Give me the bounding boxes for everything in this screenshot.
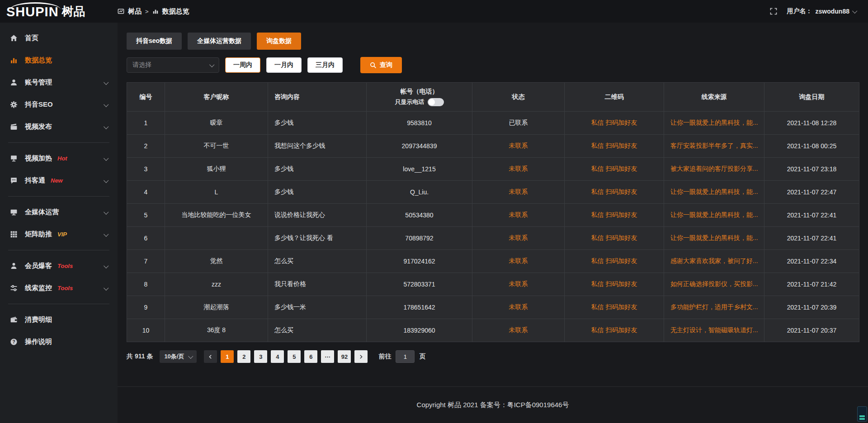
sidebar-item-data-overview[interactable]: 数据总览 [0,49,118,71]
cell-qr-actions[interactable]: 私信 扫码加好友 [565,250,664,273]
breadcrumb-root[interactable]: 树品 [128,7,142,16]
dashboard-icon [118,8,124,15]
cell-no: 6 [127,227,165,250]
chevron-down-icon [852,9,857,14]
page-size-value: 10条/页 [164,352,184,361]
cell-account: 9583810 [367,112,472,135]
cell-no: 10 [127,319,165,342]
chevron-down-icon [104,102,108,107]
cell-status: 未联系 [472,296,565,319]
cell-source-link[interactable]: 多功能护栏灯，适用于乡村文... [664,296,764,319]
cell-source-link[interactable]: 如何正确选择投影仪，买投影... [664,273,764,296]
cell-no: 5 [127,204,165,227]
phone-only-toggle[interactable] [428,98,444,106]
cell-account: love__1215 [367,158,472,181]
pager-page-1[interactable]: 1 [221,350,234,363]
sidebar-item-matrix-boost[interactable]: 矩阵助推VIP [0,223,118,245]
sidebar-item-video-heat[interactable]: 视频加热Hot [0,147,118,169]
cell-qr-actions[interactable]: 私信 扫码加好友 [565,319,664,342]
sliders-icon [10,284,18,292]
sidebar-item-home[interactable]: 首页 [0,27,118,49]
pager-page-2[interactable]: 2 [237,350,250,363]
pager-page-4[interactable]: 4 [271,350,284,363]
cell-qr-actions[interactable]: 私信 扫码加好友 [565,112,664,135]
sidebar-item-clue-monitor[interactable]: 线索监控Tools [0,277,118,299]
tab-douyin-seo-data[interactable]: 抖音seo数据 [127,33,182,50]
cell-source-link[interactable]: 无主灯设计，智能磁吸轨道灯... [664,319,764,342]
cell-qr-actions[interactable]: 私信 扫码加好友 [565,135,664,158]
pager-page-92[interactable]: 92 [338,350,351,363]
chevron-down-icon [189,354,193,359]
sidebar-item-douketong[interactable]: 抖客通New [0,169,118,192]
fullscreen-icon[interactable] [770,8,777,15]
pager-page-5[interactable]: 5 [288,350,301,363]
top-bar: SHUPIN 树品 树品 > 数据总览 用户名： zswodun88 [0,0,868,23]
period-quarter-button[interactable]: 三月内 [307,57,343,73]
cell-source-link[interactable]: 客厅安装投影半年多了，真实... [664,135,764,158]
sidebar-item-account-manage[interactable]: 账号管理 [0,71,118,94]
cell-no: 7 [127,250,165,273]
tab-inquiry-data[interactable]: 询盘数据 [257,33,301,50]
period-week-button[interactable]: 一周内 [225,57,260,73]
sidebar-item-badge: VIP [57,231,67,238]
cell-nickname [165,227,268,250]
cell-qr-actions[interactable]: 私信 扫码加好友 [565,273,664,296]
cell-nickname: 觉然 [165,250,268,273]
sidebar-item-label: 账号管理 [25,78,52,87]
page-size-select[interactable]: 10条/页 [160,350,197,363]
sidebar-item-label: 抖客通 [25,176,45,185]
pager-next-button[interactable] [354,350,368,363]
sidebar-item-label: 数据总览 [25,56,52,65]
bar-chart-icon [152,8,159,14]
sidebar-item-label: 矩阵助推 [25,230,52,239]
sidebar-item-label: 抖音SEO [25,100,53,109]
chevron-down-icon [104,124,108,129]
col-content: 咨询内容 [268,83,367,112]
sidebar-item-member-burst[interactable]: 会员爆客Tools [0,255,118,277]
period-month-button[interactable]: 一月内 [266,57,302,73]
search-button[interactable]: 查询 [360,57,402,73]
col-source: 线索来源 [664,83,764,112]
cell-qr-actions[interactable]: 私信 扫码加好友 [565,204,664,227]
filter-bar: 请选择 一周内 一月内 三月内 查询 [127,57,857,73]
cell-status: 未联系 [472,135,565,158]
floating-widget[interactable] [857,406,867,422]
cell-source-link[interactable]: 被大家追着问的客厅投影分享... [664,158,764,181]
sidebar-item-media-operation[interactable]: 全媒体运营 [0,201,118,223]
sidebar-item-operation-guide[interactable]: ?操作说明 [0,331,118,353]
pager-page-3[interactable]: 3 [254,350,267,363]
cell-status: 未联系 [472,227,565,250]
cell-qr-actions[interactable]: 私信 扫码加好友 [565,227,664,250]
sidebar-item-label: 消费明细 [25,315,52,324]
pager-page-6[interactable]: 6 [304,350,317,363]
cell-content: 多少钱 [268,158,367,181]
sidebar-item-badge: Hot [57,155,67,162]
cell-qr-actions[interactable]: 私信 扫码加好友 [565,158,664,181]
sidebar-item-douyin-seo[interactable]: 抖音SEO [0,94,118,116]
pager-ellipsis[interactable]: ··· [321,350,334,363]
cell-source-link[interactable]: 让你一眼就爱上的黑科技，能... [664,227,764,250]
sidebar-item-consume-detail[interactable]: 消费明细 [0,309,118,331]
monitor-icon [10,208,18,216]
cell-status: 未联系 [472,204,565,227]
cell-qr-actions[interactable]: 私信 扫码加好友 [565,181,664,204]
user-menu[interactable]: 用户名： zswodun88 [787,7,856,15]
cell-no: 4 [127,181,165,204]
filter-select[interactable]: 请选择 [127,57,219,73]
cell-status: 未联系 [472,181,565,204]
data-tabs: 抖音seo数据 全媒体运营数据 询盘数据 [127,33,857,50]
goto-page-input[interactable] [396,350,415,363]
table-row: 9潮起潮落多少钱一米178651642未联系私信 扫码加好友多功能护栏灯，适用于… [127,296,859,319]
app-logo[interactable]: SHUPIN 树品 [0,1,118,22]
pager-prev-button[interactable] [204,350,217,363]
toggle-knob [429,99,435,105]
cell-source-link[interactable]: 感谢大家喜欢我家，被问了好... [664,250,764,273]
cell-source-link[interactable]: 让你一眼就爱上的黑科技，能... [664,204,764,227]
sidebar-item-video-publish[interactable]: 视频发布 [0,116,118,138]
logo-text-cn: 树品 [62,1,85,22]
cell-qr-actions[interactable]: 私信 扫码加好友 [565,296,664,319]
cell-source-link[interactable]: 让你一眼就爱上的黑科技，能... [664,181,764,204]
cell-source-link[interactable]: 让你一眼就爱上的黑科技，能... [664,112,764,135]
sidebar-item-label: 操作说明 [25,338,52,346]
tab-media-operation-data[interactable]: 全媒体运营数据 [188,33,251,50]
